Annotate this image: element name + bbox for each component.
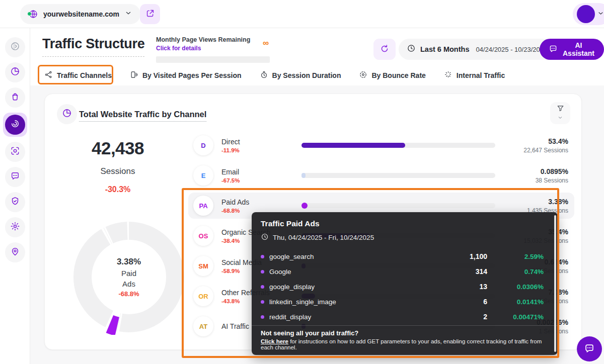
tabs: Traffic ChannelsBy Visited Pages Per Ses… (44, 65, 505, 85)
channel-avatar: PA (193, 196, 213, 216)
swirl-icon (10, 119, 20, 131)
tooltip-footer: Not seeing all your paid traffic? Click … (252, 325, 558, 355)
tooltip-row-value: 13 (412, 283, 487, 291)
filter-button[interactable] (550, 102, 570, 124)
channel-row-email[interactable]: EEmail-67.5%0.0895%38 Sessions (188, 162, 574, 189)
topbar: yourwebsitename.com (0, 0, 604, 28)
chevron-down-icon (557, 115, 563, 122)
sidebar-item-shield[interactable] (5, 192, 25, 212)
tooltip-row-reddit_display: reddit_display20.00471% (261, 309, 549, 324)
tab-by-bounce-rate[interactable]: By Bounce Rate (359, 70, 425, 81)
tooltip-footer-text: Click here for instructions on how to ad… (261, 338, 549, 350)
channel-sessions: 22,647 Sessions (523, 147, 568, 154)
channel-info: Paid Ads-68.8% (221, 198, 296, 214)
sidebar-item-scan[interactable] (5, 142, 25, 162)
chevron-down-icon (597, 10, 604, 19)
date-preset: Last 6 Months (420, 45, 469, 53)
sidebar-item-gear[interactable] (5, 217, 25, 237)
website-selector[interactable]: yourwebsitename.com (20, 4, 140, 24)
card-title: Total Website Traffic by Channel (79, 110, 206, 122)
channel-avatar: E (193, 165, 213, 186)
sidebar-item-panel-arrow[interactable] (5, 37, 25, 57)
tooltip-row-pct: 0.00471% (487, 313, 544, 321)
sidebar-nav (0, 28, 30, 364)
sidebar-item-swirl[interactable] (5, 115, 25, 135)
channel-values: 3.38%1,435 Sessions (527, 198, 568, 214)
tooltip-row-value: 6 (412, 298, 487, 306)
sidebar-item-bag[interactable] (5, 87, 25, 108)
tooltip-row-label: google_search (269, 253, 412, 260)
shield-icon (10, 196, 20, 208)
online-status-dot (27, 12, 32, 16)
channel-values: 53.4%22,647 Sessions (523, 137, 568, 154)
open-website-button[interactable] (140, 4, 160, 24)
tab-by-session-duration[interactable]: By Session Duration (260, 70, 341, 81)
click-here-link[interactable]: Click here (261, 338, 288, 344)
card-pie-icon (57, 104, 77, 124)
tab-label: By Session Duration (272, 71, 341, 79)
tooltip-row-label: reddit_display (269, 313, 412, 321)
tooltip-date-range: Thu, 04/24/2025 - Fri, 10/24/2025 (261, 233, 549, 242)
infinity-icon: ∞ (263, 38, 269, 48)
quota-progress-bar (156, 56, 270, 63)
traffic-donut-chart[interactable]: 3.38% Paid Ads -68.8% (71, 219, 187, 335)
tooltip-row-linkedin_single_image: linkedin_single_image60.0141% (261, 294, 549, 309)
chat-icon (584, 343, 595, 355)
sidebar-item-pie[interactable] (5, 62, 25, 82)
channel-change: -11.9% (221, 147, 296, 153)
tooltip-row-value: 314 (412, 267, 487, 276)
user-menu[interactable] (573, 3, 604, 25)
quota-widget: Monthly Page Views Remaining Click for d… (156, 36, 270, 63)
tooltip-row-pct: 2.59% (487, 253, 544, 260)
globe-icon (28, 9, 38, 19)
channel-avatar: D (193, 135, 213, 155)
refresh-button[interactable] (373, 39, 396, 60)
gear-icon (10, 221, 20, 233)
tab-internal-traffic[interactable]: Internal Traffic (444, 70, 505, 81)
channel-avatar: OS (193, 226, 213, 246)
tab-traffic-channels[interactable]: Traffic Channels (44, 70, 112, 81)
tooltip-row-pct: 0.0141% (487, 298, 544, 306)
tooltip-row-pct: 0.74% (487, 268, 544, 276)
pie-icon (10, 66, 20, 78)
channel-bar (301, 143, 495, 148)
bounce-icon (359, 70, 367, 81)
total-sessions-value: 42,438 (57, 138, 178, 158)
clock-icon (261, 233, 269, 242)
bullet-dot-icon (261, 315, 264, 319)
channel-pct: 0.0895% (536, 167, 568, 175)
ai-assistant-label: AI Assistant (562, 41, 595, 57)
bullet-dot-icon (261, 285, 264, 289)
ai-assistant-button[interactable]: AI Assistant (540, 39, 604, 60)
sidebar-item-pin[interactable] (5, 242, 25, 262)
channel-pct: 3.38% (527, 198, 568, 206)
sidebar-item-chat[interactable] (5, 167, 25, 187)
external-link-icon (145, 9, 155, 20)
avatar (577, 5, 595, 23)
total-sessions-block: 42,438 Sessions -30.3% (57, 138, 178, 194)
total-sessions-label: Sessions (57, 166, 178, 176)
tab-label: By Visited Pages Per Session (142, 71, 242, 79)
channel-info: Direct-11.9% (221, 138, 296, 153)
bullet-dot-icon (261, 255, 264, 258)
tab-by-visited-pages-per-session[interactable]: By Visited Pages Per Session (130, 70, 242, 81)
bar-fill (301, 173, 306, 178)
quota-details-link[interactable]: Click for details (156, 45, 270, 52)
total-sessions-change: -30.3% (57, 185, 178, 194)
chat-widget-button[interactable] (577, 336, 602, 361)
tooltip-row-pct: 0.0306% (487, 283, 544, 291)
channel-bar (301, 203, 495, 208)
chevron-down-icon (124, 9, 132, 19)
tooltip-rows: google_search1,1002.59%Google3140.74%goo… (261, 249, 549, 324)
website-name: yourwebsitename.com (43, 10, 119, 18)
tooltip-scrollbar[interactable] (554, 215, 556, 352)
channel-values: 0.0895%38 Sessions (536, 167, 568, 184)
sidebar-item-active-wrap[interactable] (3, 113, 27, 137)
channel-row-direct[interactable]: DDirect-11.9%53.4%22,647 Sessions (188, 132, 574, 158)
channel-avatar: OR (193, 286, 213, 306)
pin-icon (10, 246, 20, 258)
main-header: Traffic Structure Monthly Page Views Rem… (30, 28, 604, 85)
page-title: Traffic Structure (42, 36, 144, 57)
channel-avatar: AT (193, 316, 213, 336)
channel-sessions: 38 Sessions (536, 177, 568, 184)
